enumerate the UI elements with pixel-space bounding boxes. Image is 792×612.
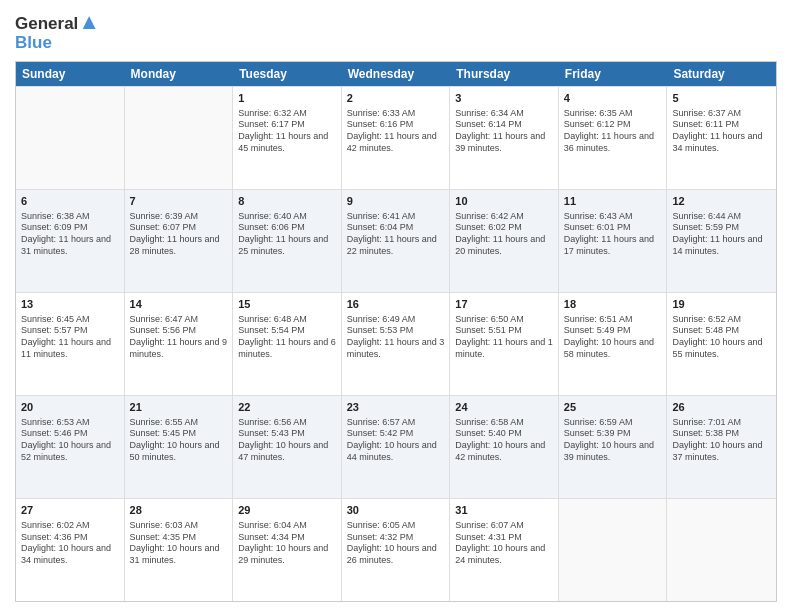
calendar: SundayMondayTuesdayWednesdayThursdayFrid… (15, 61, 777, 602)
day-cell-12: 12Sunrise: 6:44 AM Sunset: 5:59 PM Dayli… (667, 190, 776, 292)
day-number: 20 (21, 400, 119, 415)
day-number: 14 (130, 297, 228, 312)
empty-cell-4-5 (559, 499, 668, 601)
empty-cell-4-6 (667, 499, 776, 601)
day-cell-2: 2Sunrise: 6:33 AM Sunset: 6:16 PM Daylig… (342, 87, 451, 189)
day-cell-15: 15Sunrise: 6:48 AM Sunset: 5:54 PM Dayli… (233, 293, 342, 395)
day-info: Sunrise: 6:47 AM Sunset: 5:56 PM Dayligh… (130, 314, 228, 361)
day-number: 29 (238, 503, 336, 518)
day-info: Sunrise: 6:59 AM Sunset: 5:39 PM Dayligh… (564, 417, 662, 464)
day-number: 18 (564, 297, 662, 312)
day-cell-30: 30Sunrise: 6:05 AM Sunset: 4:32 PM Dayli… (342, 499, 451, 601)
day-cell-9: 9Sunrise: 6:41 AM Sunset: 6:04 PM Daylig… (342, 190, 451, 292)
day-info: Sunrise: 7:01 AM Sunset: 5:38 PM Dayligh… (672, 417, 771, 464)
header-day-sunday: Sunday (16, 62, 125, 86)
day-cell-11: 11Sunrise: 6:43 AM Sunset: 6:01 PM Dayli… (559, 190, 668, 292)
day-cell-17: 17Sunrise: 6:50 AM Sunset: 5:51 PM Dayli… (450, 293, 559, 395)
calendar-row-1: 1Sunrise: 6:32 AM Sunset: 6:17 PM Daylig… (16, 86, 776, 189)
day-info: Sunrise: 6:42 AM Sunset: 6:02 PM Dayligh… (455, 211, 553, 258)
day-cell-4: 4Sunrise: 6:35 AM Sunset: 6:12 PM Daylig… (559, 87, 668, 189)
day-number: 19 (672, 297, 771, 312)
day-info: Sunrise: 6:34 AM Sunset: 6:14 PM Dayligh… (455, 108, 553, 155)
day-info: Sunrise: 6:44 AM Sunset: 5:59 PM Dayligh… (672, 211, 771, 258)
day-number: 22 (238, 400, 336, 415)
logo-blue: Blue (15, 34, 100, 53)
day-info: Sunrise: 6:40 AM Sunset: 6:06 PM Dayligh… (238, 211, 336, 258)
day-info: Sunrise: 6:38 AM Sunset: 6:09 PM Dayligh… (21, 211, 119, 258)
day-number: 1 (238, 91, 336, 106)
day-info: Sunrise: 6:51 AM Sunset: 5:49 PM Dayligh… (564, 314, 662, 361)
day-info: Sunrise: 6:03 AM Sunset: 4:35 PM Dayligh… (130, 520, 228, 567)
day-cell-20: 20Sunrise: 6:53 AM Sunset: 5:46 PM Dayli… (16, 396, 125, 498)
calendar-row-2: 6Sunrise: 6:38 AM Sunset: 6:09 PM Daylig… (16, 189, 776, 292)
day-cell-3: 3Sunrise: 6:34 AM Sunset: 6:14 PM Daylig… (450, 87, 559, 189)
day-number: 30 (347, 503, 445, 518)
day-number: 21 (130, 400, 228, 415)
day-info: Sunrise: 6:07 AM Sunset: 4:31 PM Dayligh… (455, 520, 553, 567)
header-day-friday: Friday (559, 62, 668, 86)
header-day-saturday: Saturday (667, 62, 776, 86)
day-number: 5 (672, 91, 771, 106)
day-info: Sunrise: 6:52 AM Sunset: 5:48 PM Dayligh… (672, 314, 771, 361)
day-number: 16 (347, 297, 445, 312)
header-day-tuesday: Tuesday (233, 62, 342, 86)
day-cell-23: 23Sunrise: 6:57 AM Sunset: 5:42 PM Dayli… (342, 396, 451, 498)
empty-cell-0-1 (125, 87, 234, 189)
header-day-monday: Monday (125, 62, 234, 86)
logo-bird-icon: ▲ (78, 9, 100, 34)
day-cell-26: 26Sunrise: 7:01 AM Sunset: 5:38 PM Dayli… (667, 396, 776, 498)
day-cell-29: 29Sunrise: 6:04 AM Sunset: 4:34 PM Dayli… (233, 499, 342, 601)
day-info: Sunrise: 6:43 AM Sunset: 6:01 PM Dayligh… (564, 211, 662, 258)
day-number: 2 (347, 91, 445, 106)
day-info: Sunrise: 6:02 AM Sunset: 4:36 PM Dayligh… (21, 520, 119, 567)
day-cell-13: 13Sunrise: 6:45 AM Sunset: 5:57 PM Dayli… (16, 293, 125, 395)
page: General▲ Blue SundayMondayTuesdayWednesd… (0, 0, 792, 612)
day-info: Sunrise: 6:58 AM Sunset: 5:40 PM Dayligh… (455, 417, 553, 464)
day-info: Sunrise: 6:53 AM Sunset: 5:46 PM Dayligh… (21, 417, 119, 464)
day-cell-14: 14Sunrise: 6:47 AM Sunset: 5:56 PM Dayli… (125, 293, 234, 395)
day-cell-1: 1Sunrise: 6:32 AM Sunset: 6:17 PM Daylig… (233, 87, 342, 189)
day-number: 9 (347, 194, 445, 209)
day-number: 3 (455, 91, 553, 106)
day-info: Sunrise: 6:41 AM Sunset: 6:04 PM Dayligh… (347, 211, 445, 258)
day-number: 26 (672, 400, 771, 415)
day-info: Sunrise: 6:32 AM Sunset: 6:17 PM Dayligh… (238, 108, 336, 155)
day-info: Sunrise: 6:55 AM Sunset: 5:45 PM Dayligh… (130, 417, 228, 464)
day-cell-31: 31Sunrise: 6:07 AM Sunset: 4:31 PM Dayli… (450, 499, 559, 601)
calendar-body: 1Sunrise: 6:32 AM Sunset: 6:17 PM Daylig… (16, 86, 776, 601)
day-number: 8 (238, 194, 336, 209)
day-cell-18: 18Sunrise: 6:51 AM Sunset: 5:49 PM Dayli… (559, 293, 668, 395)
day-info: Sunrise: 6:37 AM Sunset: 6:11 PM Dayligh… (672, 108, 771, 155)
day-number: 24 (455, 400, 553, 415)
day-info: Sunrise: 6:39 AM Sunset: 6:07 PM Dayligh… (130, 211, 228, 258)
day-cell-24: 24Sunrise: 6:58 AM Sunset: 5:40 PM Dayli… (450, 396, 559, 498)
calendar-header: SundayMondayTuesdayWednesdayThursdayFrid… (16, 62, 776, 86)
day-cell-7: 7Sunrise: 6:39 AM Sunset: 6:07 PM Daylig… (125, 190, 234, 292)
day-number: 23 (347, 400, 445, 415)
header-day-wednesday: Wednesday (342, 62, 451, 86)
day-cell-10: 10Sunrise: 6:42 AM Sunset: 6:02 PM Dayli… (450, 190, 559, 292)
day-cell-25: 25Sunrise: 6:59 AM Sunset: 5:39 PM Dayli… (559, 396, 668, 498)
day-number: 25 (564, 400, 662, 415)
header-day-thursday: Thursday (450, 62, 559, 86)
day-number: 28 (130, 503, 228, 518)
logo-general: General (15, 14, 78, 33)
day-number: 11 (564, 194, 662, 209)
header: General▲ Blue (15, 10, 777, 53)
day-number: 7 (130, 194, 228, 209)
calendar-row-4: 20Sunrise: 6:53 AM Sunset: 5:46 PM Dayli… (16, 395, 776, 498)
day-cell-6: 6Sunrise: 6:38 AM Sunset: 6:09 PM Daylig… (16, 190, 125, 292)
day-info: Sunrise: 6:48 AM Sunset: 5:54 PM Dayligh… (238, 314, 336, 361)
day-cell-16: 16Sunrise: 6:49 AM Sunset: 5:53 PM Dayli… (342, 293, 451, 395)
day-number: 6 (21, 194, 119, 209)
day-info: Sunrise: 6:45 AM Sunset: 5:57 PM Dayligh… (21, 314, 119, 361)
day-info: Sunrise: 6:33 AM Sunset: 6:16 PM Dayligh… (347, 108, 445, 155)
day-info: Sunrise: 6:57 AM Sunset: 5:42 PM Dayligh… (347, 417, 445, 464)
calendar-row-5: 27Sunrise: 6:02 AM Sunset: 4:36 PM Dayli… (16, 498, 776, 601)
day-number: 17 (455, 297, 553, 312)
day-cell-28: 28Sunrise: 6:03 AM Sunset: 4:35 PM Dayli… (125, 499, 234, 601)
day-cell-19: 19Sunrise: 6:52 AM Sunset: 5:48 PM Dayli… (667, 293, 776, 395)
day-number: 12 (672, 194, 771, 209)
day-info: Sunrise: 6:05 AM Sunset: 4:32 PM Dayligh… (347, 520, 445, 567)
logo: General▲ Blue (15, 10, 100, 53)
